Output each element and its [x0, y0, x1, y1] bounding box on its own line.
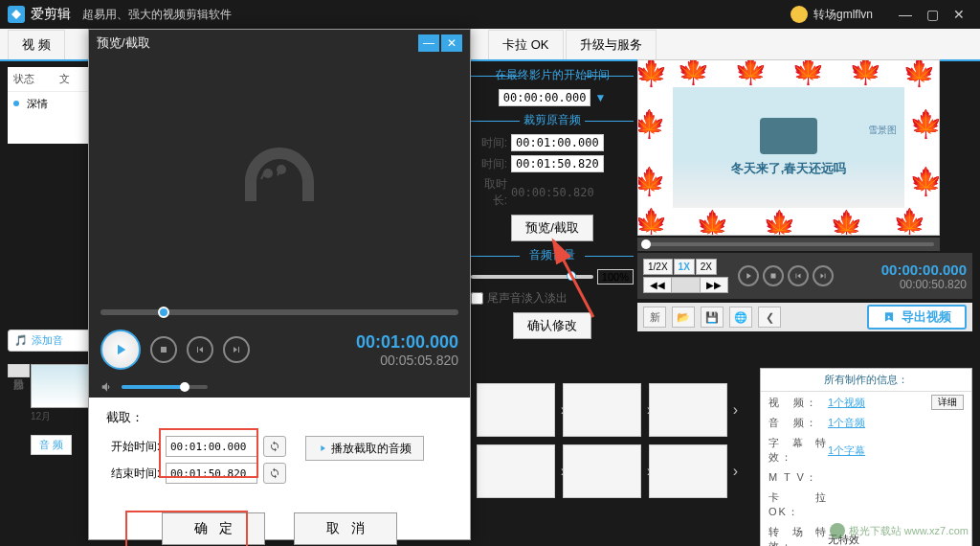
tab-upgrade[interactable]: 升级与服务: [566, 30, 657, 59]
speed-2x[interactable]: 2X: [696, 259, 717, 275]
total-time: 00:05:05.820: [356, 353, 458, 368]
toolbar-save-icon[interactable]: 💾: [701, 307, 724, 328]
vid-prev-button[interactable]: [788, 265, 809, 286]
seek-bar[interactable]: [100, 309, 458, 315]
start-time-label: 开始时间:: [106, 439, 160, 455]
vid-stop-button[interactable]: [763, 265, 784, 286]
video-frame: 冬天来了,春天还远吗 雪景图 🍁🍁🍁🍁🍁🍁 🍁🍁 🍁🍁 🍁🍁🍁🍁🍁: [637, 59, 940, 236]
volume-slider[interactable]: [122, 385, 208, 389]
video-caption: 冬天来了,春天还远吗: [731, 160, 847, 177]
timeline-slot[interactable]: ›: [477, 383, 555, 437]
end-refresh-button[interactable]: [263, 463, 286, 484]
start-time-input[interactable]: [166, 436, 257, 457]
modal-titlebar: 预览/截取 — ✕: [89, 30, 470, 57]
maximize-button[interactable]: ▢: [919, 5, 946, 24]
g2-start[interactable]: 00:01:00.000: [511, 134, 604, 151]
next-button[interactable]: [223, 336, 250, 363]
g1-time[interactable]: 00:00:00.000: [499, 89, 591, 106]
detail-button[interactable]: 详细: [931, 395, 964, 410]
frame-prev[interactable]: ◀◀: [644, 278, 672, 292]
modal-title: 预览/截取: [97, 34, 150, 52]
start-refresh-button[interactable]: [263, 436, 286, 457]
vid-play-button[interactable]: [738, 265, 759, 286]
svg-rect-4: [771, 274, 776, 279]
chevron-right-icon: ›: [733, 463, 738, 480]
audio-settings-panel: 在最终影片的开始时间 00:00:00.000▼ 裁剪原音频 时间:00:01:…: [471, 61, 634, 345]
audio-tab[interactable]: 音 频: [31, 435, 72, 455]
modal-minimize-button[interactable]: —: [418, 34, 439, 52]
group1-title: 在最终影片的开始时间: [471, 67, 634, 83]
timeline-slot[interactable]: ›: [649, 383, 727, 437]
left-list: 状态 文 深情: [8, 67, 96, 144]
user-info[interactable]: 转场gmlflvn: [791, 6, 873, 23]
tab-video[interactable]: 视 频: [8, 30, 65, 59]
end-time-input[interactable]: [166, 463, 257, 484]
close-button[interactable]: ✕: [946, 5, 972, 24]
video-seek-bar[interactable]: [637, 238, 940, 251]
timeline-slot[interactable]: ›: [563, 383, 641, 437]
preview-clip-modal: 预览/截取 — ✕ 00:01:00.000 00:05:05.820 截取： …: [88, 29, 471, 540]
wooden-sign-icon: [760, 118, 817, 154]
ok-button[interactable]: 确定: [162, 512, 265, 545]
toolbar-share-icon[interactable]: ❮: [758, 307, 781, 328]
vid-current-time: 00:00:00.000: [881, 262, 967, 278]
timeline-slot[interactable]: ›: [563, 444, 641, 498]
g2-end[interactable]: 00:01:50.820: [511, 155, 604, 172]
timeline-slot[interactable]: ›: [477, 444, 555, 498]
vid-next-button[interactable]: [813, 265, 834, 286]
modal-close-button[interactable]: ✕: [441, 34, 462, 52]
added-clips-label: 已添加片段: [8, 364, 30, 377]
confirm-change-button[interactable]: 确认修改: [513, 312, 591, 339]
username: 转场gmlflvn: [813, 7, 873, 23]
video-caption2: 雪景图: [868, 124, 897, 137]
speed-1x[interactable]: 1X: [674, 259, 695, 275]
speed-half[interactable]: 1/2X: [643, 259, 673, 275]
seek-row: [89, 306, 470, 323]
video-toolbar: 新 📂 💾 🌐 ❮ 导出视频: [637, 303, 972, 331]
headphone-icon: [232, 133, 327, 229]
timeline-slot[interactable]: ›: [649, 444, 727, 498]
current-time: 00:01:00.000: [356, 332, 458, 353]
cancel-button[interactable]: 取消: [294, 512, 397, 545]
svg-rect-2: [161, 347, 167, 353]
chevron-right-icon: ›: [733, 401, 738, 419]
frame-scrub[interactable]: [672, 278, 701, 292]
clip-header: 截取：: [106, 409, 453, 426]
preview-clip-button[interactable]: 预览/截取: [511, 215, 593, 241]
col-state: 状态: [8, 72, 34, 86]
watermark-icon: [830, 523, 845, 538]
clip-thumbnail[interactable]: 12月: [31, 364, 94, 423]
toolbar-open-icon[interactable]: 📂: [672, 307, 695, 328]
prev-button[interactable]: [187, 336, 213, 363]
titlebar: 爱剪辑 超易用、强大的视频剪辑软件 转场gmlflvn — ▢ ✕: [0, 0, 980, 29]
play-clip-button[interactable]: 播放截取的音频: [305, 436, 424, 461]
minimize-button[interactable]: —: [892, 5, 919, 24]
fade-checkbox[interactable]: 尾声音淡入淡出: [471, 290, 634, 307]
playback-controls: 00:01:00.000 00:05:05.820: [89, 323, 470, 376]
clip-section: 截取： 开始时间: 结束时间: 播放截取的音频 确定: [89, 398, 470, 546]
video-time-display: 00:00:00.000 00:00:50.820: [881, 262, 967, 291]
info-video-link[interactable]: 1个视频: [828, 397, 865, 408]
seek-thumb[interactable]: [158, 307, 169, 318]
vid-total-time: 00:00:50.820: [881, 278, 967, 291]
time-display: 00:01:00.000 00:05:05.820: [356, 332, 458, 368]
export-video-button[interactable]: 导出视频: [867, 305, 967, 330]
speed-buttons: 1/2X 1X 2X: [643, 259, 728, 275]
audio-preview-area: [89, 57, 470, 306]
list-item[interactable]: 深情: [8, 92, 96, 115]
info-audio-link[interactable]: 1个音频: [828, 417, 865, 428]
tab-karaoke[interactable]: 卡拉 OK: [488, 30, 563, 59]
watermark: 极光下载站 www.xz7.com: [830, 523, 969, 538]
toolbar-net-icon[interactable]: 🌐: [729, 307, 752, 328]
g2-duration: 00:00:50.820: [511, 186, 594, 199]
stop-button[interactable]: [150, 336, 177, 363]
group3-title: 音频音量: [471, 247, 634, 263]
info-sub-link[interactable]: 1个字幕: [828, 444, 865, 456]
play-button[interactable]: [100, 330, 141, 370]
volume-slider-main[interactable]: [471, 275, 593, 279]
app-slogan: 超易用、强大的视频剪辑软件: [82, 7, 232, 23]
toolbar-new[interactable]: 新: [643, 307, 666, 328]
frame-next[interactable]: ▶▶: [701, 278, 727, 292]
production-info-panel: 所有制作的信息： 视 频：1个视频详细 音 频：1个音频 字幕特效：1个字幕 M…: [760, 368, 972, 546]
thumbnail-label: 12月: [31, 410, 94, 423]
